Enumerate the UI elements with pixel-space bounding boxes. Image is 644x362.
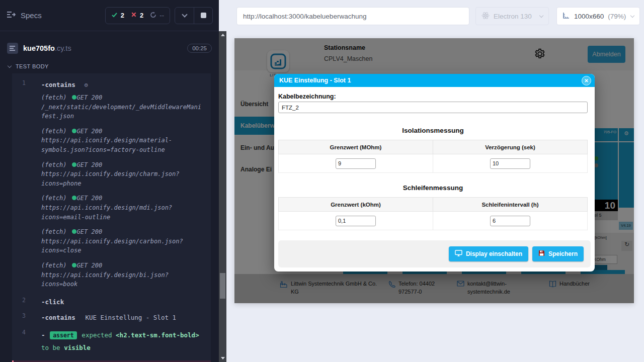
isolation-table: Grenzwert (MOhm) Verzögerung (sek) <box>278 140 588 173</box>
url-input[interactable]: http://localhost:3000/kabelueberwachung <box>236 7 469 25</box>
fetch-log-5[interactable]: (fetch)GET 200 https://api.iconify.desig… <box>12 226 211 260</box>
col-schleifenintervall: Schleifenintervall (h) <box>433 198 588 212</box>
collapse-button[interactable] <box>175 8 194 24</box>
command-click[interactable]: 2 -click <box>12 294 211 309</box>
schleifen-table: Grenzwert (kOhm) Schleifenintervall (h) <box>278 197 588 230</box>
command-contains-3[interactable]: 3 -contains KUE Einstellung - Slot 1 <box>12 309 211 325</box>
close-icon[interactable]: ✕ <box>582 76 591 85</box>
cable-name-label: Kabelbezeichnung: <box>278 93 588 100</box>
status-dot-icon <box>72 162 76 167</box>
spec-timer: 00:25 <box>187 44 212 53</box>
reporter-scrollbar[interactable] <box>219 31 226 362</box>
command-contains-1[interactable]: 1 -contains ⚙ <box>12 76 211 92</box>
section-title-isolation: Isolationsmessung <box>278 127 588 134</box>
cable-name-input[interactable] <box>278 102 588 113</box>
stat-failed: 2 <box>131 12 143 19</box>
refresh-icon <box>150 12 156 20</box>
modal-body: Kabelbezeichnung: Isolationsmessung Gren… <box>274 87 595 230</box>
stop-button[interactable] <box>194 8 212 24</box>
grenzwert-kohm-input[interactable] <box>336 216 376 226</box>
scroll-down-icon[interactable] <box>221 357 225 359</box>
status-dot-icon <box>72 196 76 200</box>
reporter-header: Specs 2 2 -- <box>0 0 219 31</box>
fetch-log-4[interactable]: (fetch)GET 200 https://api.iconify.desig… <box>12 193 211 226</box>
chevron-down-icon <box>8 63 12 67</box>
scroll-up-icon[interactable] <box>221 34 225 36</box>
chevron-down-icon <box>182 12 187 17</box>
spec-file-icon <box>7 43 18 54</box>
status-dot-icon <box>72 129 76 133</box>
cypress-reporter: Specs 2 2 -- kue705fo.cy.ts 00:25 <box>0 0 219 362</box>
fetch-log-2[interactable]: (fetch)GET 200 https://api.iconify.desig… <box>12 126 211 159</box>
chevron-down-icon <box>539 14 543 18</box>
col-grenzwert-mohm: Grenzwert (MOhm) <box>279 140 433 154</box>
electron-icon <box>481 12 490 21</box>
modal-header: KUE Einstellung - Slot 1 ✕ <box>274 74 595 87</box>
check-icon <box>111 12 118 20</box>
fetch-log-3[interactable]: (fetch)GET 200 https://api.iconify.desig… <box>12 159 211 193</box>
app-viewport: Stationsname CPLV4_Maschen Abmelden LITT… <box>234 38 634 303</box>
col-verzoegerung: Verzögerung (sek) <box>433 140 588 154</box>
status-dot-icon <box>72 229 76 234</box>
modal-footer: Display einschalten Speichern <box>278 240 591 267</box>
floppy-icon <box>538 250 545 258</box>
grenzwert-mohm-input[interactable] <box>336 158 376 169</box>
spec-row[interactable]: kue705fo.cy.ts 00:25 <box>0 38 219 58</box>
kue-settings-modal: KUE Einstellung - Slot 1 ✕ Kabelbezeichn… <box>274 74 595 272</box>
section-title-schleife: Schleifenmessung <box>278 184 588 192</box>
cross-icon <box>131 12 137 19</box>
status-dot-icon <box>72 263 76 267</box>
test-stats: 2 2 -- <box>105 7 170 24</box>
browser-select[interactable]: Electron 130 <box>475 7 549 25</box>
modal-title: KUE Einstellung - Slot 1 <box>279 77 351 84</box>
display-on-button[interactable]: Display einschalten <box>449 246 528 261</box>
test-body-toggle[interactable]: TEST BODY <box>8 63 49 69</box>
stop-icon <box>201 13 206 18</box>
save-button[interactable]: Speichern <box>532 246 584 261</box>
command-assert[interactable]: 4 - assert expected <h2.text-sm.font-bol… <box>12 325 211 357</box>
schleifenintervall-input[interactable] <box>490 216 530 226</box>
assert-badge: assert <box>50 331 77 339</box>
ruler-icon <box>562 12 570 21</box>
col-grenzwert-kohm: Grenzwert (kOhm) <box>279 198 433 212</box>
run-controls <box>175 7 213 24</box>
monitor-icon <box>455 250 462 258</box>
fetch-log-1[interactable]: (fetch)GET 200 /_next/static/development… <box>12 92 211 126</box>
browser-bar: http://localhost:3000/kabelueberwachung … <box>226 0 644 32</box>
verzoegerung-input[interactable] <box>490 158 530 169</box>
preview-pane: http://localhost:3000/kabelueberwachung … <box>226 0 644 362</box>
stat-passed: 2 <box>111 12 124 20</box>
status-dot-icon <box>72 95 76 100</box>
chevron-down-icon <box>630 14 634 18</box>
gear-icon: ⚙ <box>84 81 88 88</box>
spec-name: kue705fo.cy.ts <box>23 44 71 52</box>
stat-pending: -- <box>150 12 164 20</box>
viewport-size-select[interactable]: 1000x660 (79%) <box>556 7 640 25</box>
scrollbar-thumb[interactable] <box>220 273 225 299</box>
command-log: 1 -contains ⚙ (fetch)GET 200 /_next/stat… <box>12 73 211 362</box>
fetch-log-6[interactable]: (fetch)GET 200 https://api.iconify.desig… <box>12 260 211 294</box>
specs-label[interactable]: Specs <box>21 11 42 20</box>
specs-menu-icon[interactable] <box>6 11 16 21</box>
